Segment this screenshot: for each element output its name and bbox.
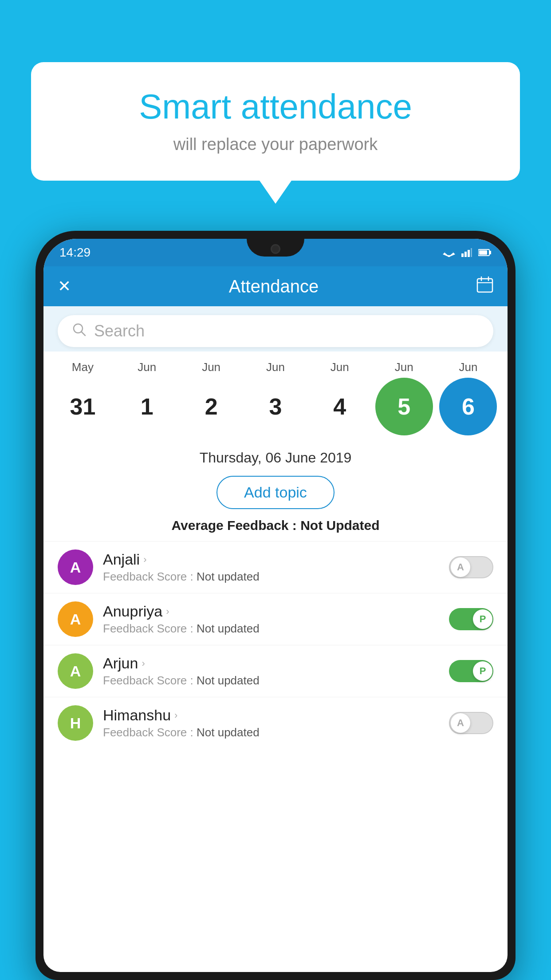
toggle-knob: A <box>451 557 470 577</box>
cal-month-5: Jun <box>375 360 433 374</box>
svg-line-16 <box>82 332 85 336</box>
cal-day-1[interactable]: 1 <box>118 378 176 435</box>
student-info[interactable]: Arjun › Feedback Score : Not updated <box>103 655 439 688</box>
cal-day-2[interactable]: 2 <box>182 378 240 435</box>
avatar: A <box>58 549 93 585</box>
cal-day-31[interactable]: 31 <box>54 378 111 435</box>
app-bar: ✕ Attendance <box>43 266 508 306</box>
cal-day-6[interactable]: 6 <box>439 378 497 435</box>
wifi-icon <box>443 248 455 257</box>
toggle-knob: P <box>473 661 492 681</box>
student-feedback: Feedback Score : Not updated <box>103 674 439 688</box>
cal-month-2: Jun <box>182 360 240 374</box>
calendar-days: 31 1 2 3 4 5 6 <box>51 378 500 435</box>
average-feedback: Average Feedback : Not Updated <box>43 516 508 541</box>
cal-day-4[interactable]: 4 <box>311 378 369 435</box>
camera <box>271 244 280 254</box>
date-display: Thursday, 06 June 2019 <box>43 440 508 471</box>
feedback-value: Not updated <box>197 726 260 739</box>
search-icon <box>72 322 86 340</box>
chevron-right-icon: › <box>143 554 146 565</box>
student-name: Anupriya › <box>103 603 439 620</box>
student-name: Anjali › <box>103 551 439 568</box>
phone-notch <box>247 239 304 257</box>
student-name: Himanshu › <box>103 707 439 724</box>
search-container: Search <box>43 306 508 352</box>
chevron-right-icon: › <box>174 710 177 721</box>
feedback-value: Not updated <box>197 570 260 583</box>
chevron-right-icon: › <box>166 606 169 617</box>
chevron-right-icon: › <box>142 658 145 669</box>
avg-feedback-value: Not Updated <box>300 518 379 533</box>
battery-icon <box>478 249 492 257</box>
close-button[interactable]: ✕ <box>58 277 71 296</box>
phone-screen: 14:29 <box>43 239 508 972</box>
list-item: A Arjun › Feedback Score : Not updated P <box>43 645 508 697</box>
avatar: A <box>58 601 93 637</box>
feedback-value: Not updated <box>197 622 260 635</box>
list-item: H Himanshu › Feedback Score : Not update… <box>43 697 508 749</box>
svg-rect-4 <box>461 253 464 257</box>
student-info[interactable]: Anjali › Feedback Score : Not updated <box>103 551 439 584</box>
search-placeholder: Search <box>94 322 145 340</box>
add-topic-button[interactable]: Add topic <box>216 476 335 509</box>
student-info[interactable]: Anupriya › Feedback Score : Not updated <box>103 603 439 636</box>
student-feedback: Feedback Score : Not updated <box>103 726 439 739</box>
avatar: A <box>58 653 93 689</box>
add-topic-container: Add topic <box>43 471 508 516</box>
attendance-toggle[interactable]: P <box>449 608 493 630</box>
list-item: A Anupriya › Feedback Score : Not update… <box>43 593 508 645</box>
calendar-button[interactable] <box>476 276 493 297</box>
avatar: H <box>58 705 93 741</box>
calendar-months: May Jun Jun Jun Jun Jun Jun <box>51 360 500 374</box>
student-info[interactable]: Himanshu › Feedback Score : Not updated <box>103 707 439 739</box>
student-feedback: Feedback Score : Not updated <box>103 570 439 584</box>
status-time: 14:29 <box>59 245 91 260</box>
attendance-toggle[interactable]: A <box>449 556 493 578</box>
toggle-knob: A <box>451 713 470 733</box>
cal-month-6: Jun <box>439 360 497 374</box>
svg-rect-10 <box>489 251 491 254</box>
svg-rect-5 <box>464 252 467 257</box>
svg-rect-7 <box>471 248 472 257</box>
student-list: A Anjali › Feedback Score : Not updated … <box>43 541 508 749</box>
cal-month-1: Jun <box>118 360 176 374</box>
cal-month-0: May <box>54 360 111 374</box>
svg-rect-9 <box>479 250 487 255</box>
svg-point-15 <box>74 324 83 333</box>
bubble-subtitle: will replace your paperwork <box>58 135 493 154</box>
svg-rect-6 <box>468 250 470 257</box>
attendance-toggle[interactable]: P <box>449 660 493 682</box>
avg-feedback-label: Average Feedback : <box>171 518 300 533</box>
feedback-value: Not updated <box>197 674 260 687</box>
svg-rect-11 <box>477 279 492 292</box>
cal-month-4: Jun <box>311 360 369 374</box>
cal-day-3[interactable]: 3 <box>247 378 304 435</box>
signal-icon <box>461 248 472 257</box>
student-name: Arjun › <box>103 655 439 672</box>
attendance-toggle[interactable]: A <box>449 712 493 734</box>
search-bar[interactable]: Search <box>58 315 493 347</box>
list-item: A Anjali › Feedback Score : Not updated … <box>43 541 508 593</box>
toggle-knob: P <box>473 609 492 629</box>
student-feedback: Feedback Score : Not updated <box>103 622 439 636</box>
calendar-section: May Jun Jun Jun Jun Jun Jun 31 1 2 3 4 5… <box>43 352 508 440</box>
speech-bubble: Smart attendance will replace your paper… <box>31 62 520 181</box>
bubble-title: Smart attendance <box>58 87 493 127</box>
status-icons <box>443 248 492 257</box>
cal-month-3: Jun <box>247 360 304 374</box>
cal-day-5[interactable]: 5 <box>375 378 433 435</box>
app-title: Attendance <box>71 277 476 296</box>
phone-frame: 14:29 <box>35 231 516 980</box>
